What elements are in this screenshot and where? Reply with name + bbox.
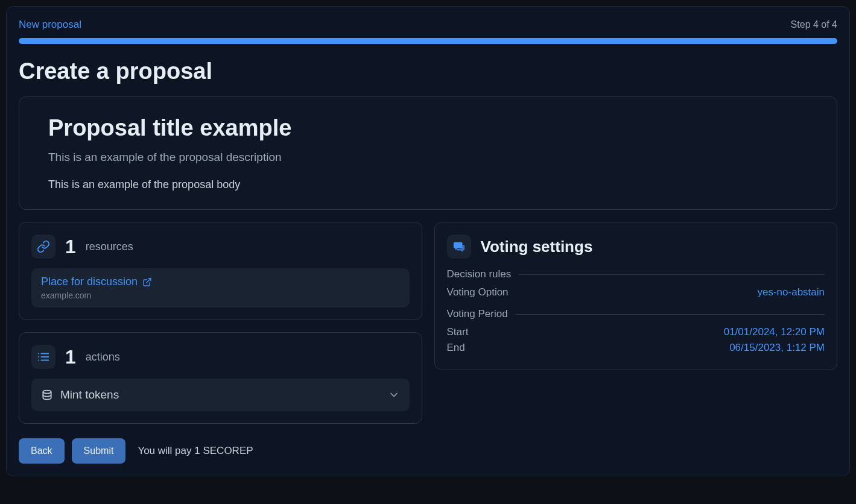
actions-count: 1: [65, 346, 76, 368]
voting-option-label: Voting Option: [447, 286, 509, 298]
divider: [515, 314, 825, 315]
page-title: Create a proposal: [19, 58, 837, 84]
payment-note: You will pay 1 SECOREP: [138, 445, 253, 457]
submit-button[interactable]: Submit: [72, 438, 126, 464]
step-indicator: Step 4 of 4: [791, 19, 837, 30]
action-name: Mint tokens: [60, 388, 119, 402]
divider: [518, 274, 825, 275]
resources-count: 1: [65, 236, 76, 258]
resource-domain: example.com: [41, 291, 400, 300]
resources-card: 1 resources Place for discussion example…: [19, 222, 422, 320]
chevron-down-icon: [388, 389, 400, 401]
end-label: End: [447, 342, 465, 354]
proposal-description: This is an example of the proposal descr…: [48, 151, 808, 164]
link-icon: [31, 235, 55, 259]
svg-point-7: [43, 391, 51, 394]
actions-card: 1 actions Mint tokens: [19, 332, 422, 424]
resource-title: Place for discussion: [41, 276, 138, 288]
actions-label: actions: [86, 351, 120, 364]
start-label: Start: [447, 326, 469, 338]
decision-rules-label: Decision rules: [447, 268, 512, 280]
svg-line-0: [147, 279, 151, 283]
resources-label: resources: [86, 241, 133, 253]
coins-icon: [41, 389, 53, 401]
chat-icon: [447, 235, 471, 259]
voting-option-value: yes-no-abstain: [757, 286, 825, 298]
external-link-icon: [142, 277, 152, 287]
end-value: 06/15/2023, 1:12 PM: [729, 342, 825, 354]
resource-item[interactable]: Place for discussion example.com: [31, 268, 410, 307]
list-icon: [31, 345, 55, 369]
voting-settings-title: Voting settings: [481, 238, 593, 256]
back-button[interactable]: Back: [19, 438, 65, 464]
start-value: 01/01/2024, 12:20 PM: [724, 326, 825, 338]
proposal-title: Proposal title example: [48, 115, 808, 141]
proposal-body: This is an example of the proposal body: [48, 178, 808, 191]
voting-period-label: Voting Period: [447, 308, 508, 320]
voting-settings-card: Voting settings Decision rules Voting Op…: [434, 222, 838, 370]
progress-bar: [19, 38, 837, 44]
action-item-mint-tokens[interactable]: Mint tokens: [31, 379, 410, 411]
proposal-preview-card: Proposal title example This is an exampl…: [19, 96, 837, 210]
breadcrumb-new-proposal[interactable]: New proposal: [19, 19, 81, 31]
